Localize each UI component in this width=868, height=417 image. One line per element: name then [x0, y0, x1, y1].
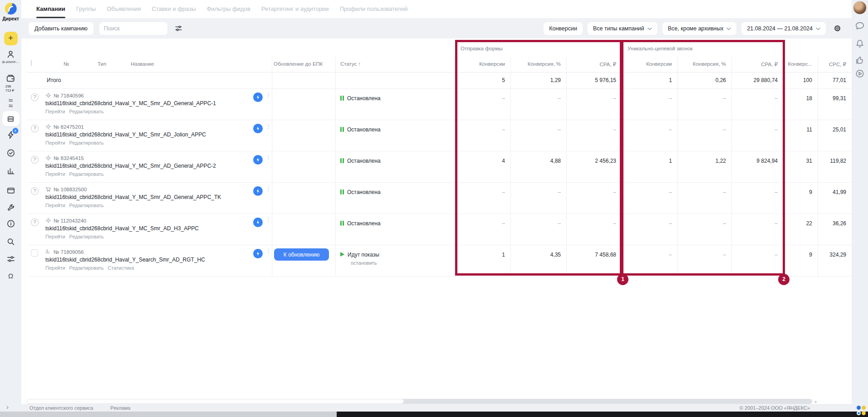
add-campaign-button[interactable]: Добавить кампанию	[29, 22, 93, 35]
boost-lightning-icon[interactable]	[253, 92, 263, 102]
col-form-conversions[interactable]: Конверсии	[455, 57, 511, 72]
like-icon[interactable]	[855, 55, 865, 67]
go-link[interactable]: Перейти	[45, 109, 65, 114]
col-form-rate[interactable]: Конверсия, %	[511, 57, 567, 72]
footer-link-support[interactable]: Отдел клиентского сервиса	[29, 405, 93, 411]
boost-lightning-icon[interactable]	[253, 249, 263, 258]
row-menu-icon[interactable]: ⋮	[265, 92, 268, 97]
paused-status-icon	[340, 96, 344, 101]
sidebar-item-audiences[interactable]: Ω	[8, 272, 13, 280]
chat-widget-icon[interactable]	[857, 406, 867, 416]
campaign-name[interactable]: tskid116tskid_cbrid268cbrid_Haval_Y_MC_S…	[45, 194, 272, 200]
gear-icon[interactable]	[831, 22, 843, 35]
col-call-cpa[interactable]: CPA, ₽	[732, 57, 784, 72]
play-circle-icon[interactable]	[855, 69, 865, 80]
row-menu-icon[interactable]: ⋮	[265, 218, 268, 222]
select-all-checkbox[interactable]	[31, 60, 32, 66]
expand-sidebar-chevron[interactable]: ›	[6, 403, 9, 411]
tab-campaigns[interactable]: Кампании	[36, 0, 65, 18]
sidebar-item-info[interactable]	[6, 219, 15, 228]
epk-update-button[interactable]: К обновлению	[274, 248, 329, 261]
col-cpc[interactable]: CPC, ₽	[818, 57, 852, 72]
waves-icon[interactable]: ≈≈	[9, 98, 13, 109]
campaign-name[interactable]: tskid116tskid_cbrid268cbrid_Haval_Y_MC_S…	[45, 131, 272, 138]
scrollbar-thumb[interactable]	[27, 399, 404, 404]
edit-link[interactable]: Редактировать	[69, 140, 104, 145]
date-range-picker[interactable]: 21.08.2024 — 21.08.2024	[741, 22, 826, 35]
scroll-right-arrow-icon[interactable]: ▸	[815, 399, 817, 404]
help-icon[interactable]: ?	[31, 93, 39, 101]
campaign-name[interactable]: tskid116tskid_cbrid268cbrid_Haval_Y_MC_S…	[45, 163, 272, 169]
boost-lightning-icon[interactable]	[253, 218, 263, 227]
tab-bids-phrases[interactable]: Ставки и фразы	[152, 0, 196, 18]
brand-name: Директ	[2, 16, 19, 21]
row-menu-icon[interactable]: ⋮	[265, 124, 268, 128]
tab-groups[interactable]: Группы	[76, 0, 96, 18]
filter-sliders-icon[interactable]	[172, 22, 185, 35]
sidebar-item-wallet[interactable]: 296 713 ₽	[5, 74, 16, 92]
boost-lightning-icon[interactable]	[253, 155, 263, 165]
campaign-name[interactable]: tskid116tskid_cbrid268cbrid_Haval_Y_MC_S…	[45, 225, 272, 232]
sidebar-item-statistics[interactable]	[6, 167, 15, 175]
tab-ads[interactable]: Объявления	[107, 0, 141, 18]
cell-call-rate: –	[678, 120, 732, 151]
stop-link[interactable]: остановить	[351, 260, 455, 266]
sidebar-item-tools[interactable]	[6, 204, 15, 212]
tab-feed-filters[interactable]: Фильтры фидов	[206, 0, 250, 18]
tab-user-profiles[interactable]: Профили пользователей	[340, 0, 408, 18]
campaign-type-filter[interactable]: Все типы кампаний	[588, 22, 657, 35]
boost-lightning-icon[interactable]	[253, 186, 263, 196]
cell-call-cpa: –	[732, 214, 784, 245]
campaign-number: № 71809056	[54, 249, 84, 255]
boost-lightning-icon[interactable]	[253, 124, 263, 133]
direct-logo[interactable]: Директ	[2, 3, 19, 21]
go-link[interactable]: Перейти	[45, 234, 65, 239]
row-checkbox[interactable]	[31, 249, 38, 257]
horizontal-scrollbar[interactable]	[27, 399, 812, 404]
edit-link[interactable]: Редактировать	[69, 265, 104, 271]
sidebar-item-settings[interactable]	[6, 255, 15, 263]
help-icon[interactable]: ?	[31, 187, 39, 195]
campaign-name[interactable]: tskid116tskid_cbrid268cbrid_Haval_Y_MC_S…	[45, 100, 272, 107]
edit-link[interactable]: Редактировать	[69, 234, 104, 239]
edit-link[interactable]: Редактировать	[69, 203, 104, 208]
wallet-icon	[6, 74, 15, 83]
col-call-rate[interactable]: Конверсия, %	[678, 57, 732, 72]
metric-chip[interactable]: Конверсии	[544, 22, 583, 35]
tab-retargeting[interactable]: Ретаргетинг и аудитории	[261, 0, 329, 18]
row-menu-icon[interactable]: ⋮	[265, 155, 268, 159]
go-link[interactable]: Перейти	[45, 265, 65, 271]
sidebar-item-campaigns-active[interactable]	[2, 111, 20, 126]
row-menu-icon[interactable]: ⋮	[265, 186, 268, 190]
go-link[interactable]: Перейти	[45, 203, 65, 208]
cell-call-conv: –	[622, 214, 678, 245]
edit-link[interactable]: Редактировать	[69, 109, 104, 114]
total-form-conv: 5	[455, 73, 511, 88]
sidebar-item-search[interactable]	[6, 238, 15, 246]
col-conversions[interactable]: Конверс...	[784, 57, 818, 72]
notifications-bell-icon[interactable]	[855, 39, 865, 50]
go-link[interactable]: Перейти	[45, 171, 65, 177]
chat-icon[interactable]	[855, 21, 865, 33]
edit-link[interactable]: Редактировать	[69, 171, 104, 177]
col-status[interactable]: Статус ↑	[336, 57, 455, 72]
archive-filter[interactable]: Все, кроме архивных	[662, 22, 737, 35]
sidebar-item-pages[interactable]	[6, 186, 15, 195]
campaign-name[interactable]: tskid116tskid_cbrid268cbrid_Haval_Y_Sear…	[45, 257, 272, 263]
yandex-direct-app: Директ + gk-avtomir-… 296 713 ₽ ≈≈ 4	[0, 0, 868, 417]
row-menu-icon[interactable]: ⋮	[265, 249, 268, 253]
user-avatar[interactable]	[853, 1, 867, 15]
statistics-link[interactable]: Статистика	[108, 265, 134, 271]
sidebar-item-account[interactable]: gk-avtomir-…	[2, 50, 20, 63]
help-icon[interactable]: ?	[31, 218, 39, 226]
footer-link-ads[interactable]: Реклама	[110, 405, 130, 411]
sidebar-item-moderation[interactable]	[6, 149, 15, 157]
add-button[interactable]: +	[4, 32, 18, 45]
col-form-cpa[interactable]: CPA, ₽	[567, 57, 622, 72]
col-call-conversions[interactable]: Конверсии	[622, 57, 678, 72]
search-input[interactable]	[99, 22, 167, 35]
go-link[interactable]: Перейти	[45, 140, 65, 145]
sidebar-item-recommendations[interactable]: 4	[6, 131, 15, 141]
help-icon[interactable]: ?	[31, 156, 39, 164]
help-icon[interactable]: ?	[31, 125, 39, 132]
